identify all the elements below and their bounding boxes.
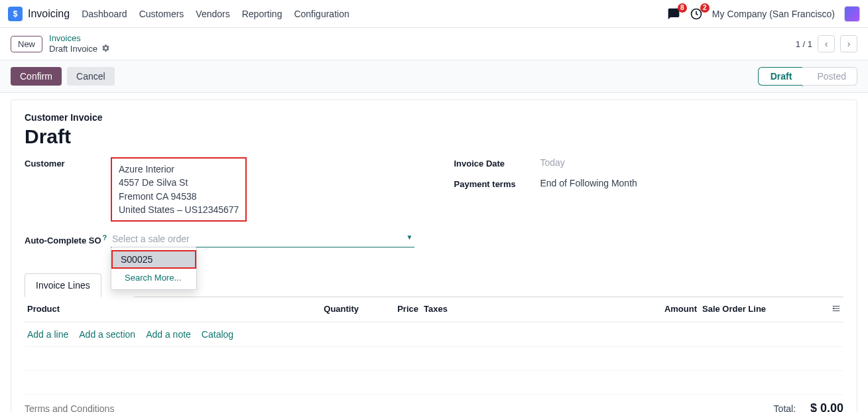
nav-vendors[interactable]: Vendors [196, 9, 229, 19]
new-button[interactable]: New [11, 36, 42, 52]
customer-address-box[interactable]: Azure Interior 4557 De Silva St Fremont … [111, 157, 247, 222]
cancel-button[interactable]: Cancel [67, 67, 115, 86]
chat-badge: 8 [678, 3, 687, 13]
breadcrumb: Invoices Draft Invoice [49, 33, 110, 54]
col-quantity: Quantity [279, 304, 359, 315]
nav-links: Dashboard Customers Vendors Reporting Co… [82, 9, 349, 19]
pager-next[interactable]: › [840, 35, 857, 52]
form-col-left: Customer Azure Interior 4557 De Silva St… [25, 157, 414, 257]
form-col-right: Invoice Date Today Payment terms End of … [454, 157, 844, 257]
customer-street: 4557 De Silva St [119, 176, 239, 189]
chevron-down-icon[interactable]: ▼ [406, 234, 413, 241]
total-label: Total: [774, 403, 796, 412]
nav-dashboard[interactable]: Dashboard [82, 9, 127, 19]
label-payment-terms: Payment terms [454, 178, 540, 189]
field-customer: Customer Azure Interior 4557 De Silva St… [25, 157, 414, 222]
statusbar: Draft Posted [758, 67, 857, 86]
avatar[interactable] [844, 6, 860, 22]
value-invoice-date[interactable]: Today [540, 157, 565, 169]
total-amount: $ 0.00 [810, 401, 843, 412]
customer-city: Fremont CA 94538 [119, 190, 239, 203]
add-a-line[interactable]: Add a line [27, 329, 68, 340]
label-invoice-date: Invoice Date [454, 157, 540, 169]
table-row [25, 346, 843, 370]
breadcrumb-link[interactable]: Invoices [49, 33, 110, 44]
col-price: Price [359, 304, 418, 315]
field-autocomplete-so: Auto-Complete SO? ▼ S00025 Search More..… [25, 231, 414, 247]
value-payment-terms[interactable]: End of Following Month [540, 178, 637, 189]
navbar: $ Invoicing Dashboard Customers Vendors … [0, 0, 868, 28]
clock-icon[interactable]: 2 [690, 7, 703, 21]
svg-point-1 [833, 309, 834, 309]
autocomplete-input-wrap: ▼ S00025 Search More... [111, 231, 414, 247]
breadcrumb-sub-text: Draft Invoice [49, 44, 97, 54]
help-icon[interactable]: ? [103, 234, 107, 241]
nav-right: 8 2 My Company (San Francisco) [667, 6, 860, 22]
status-draft[interactable]: Draft [758, 67, 803, 86]
field-payment-terms: Payment terms End of Following Month [454, 178, 844, 189]
breadcrumb-sub: Draft Invoice [49, 44, 110, 55]
col-product: Product [27, 304, 279, 315]
terms-input[interactable] [25, 403, 197, 412]
customer-country-vat: United States – US12345677 [119, 203, 239, 216]
form-sheet: Customer Invoice Draft Customer Azure In… [11, 100, 857, 412]
col-sale-order-line: Sale Order Line [697, 304, 821, 315]
ac-option-search-more[interactable]: Search More... [111, 269, 196, 287]
page-title: Draft [25, 125, 843, 148]
col-amount: Amount [631, 304, 697, 315]
chat-icon[interactable]: 8 [667, 7, 680, 21]
clock-badge: 2 [700, 3, 710, 13]
total-block: Total: $ 0.00 [774, 401, 843, 412]
nav-configuration[interactable]: Configuration [294, 9, 349, 19]
confirm-button[interactable]: Confirm [11, 67, 62, 86]
col-taxes: Taxes [418, 304, 631, 315]
autocomplete-dropdown: S00025 Search More... [111, 247, 197, 290]
line-actions: Add a line Add a section Add a note Cata… [25, 322, 843, 346]
form-grid: Customer Azure Interior 4557 De Silva St… [25, 157, 843, 257]
sheet-footer: Total: $ 0.00 [25, 401, 843, 412]
tab-invoice-lines[interactable]: Invoice Lines [25, 273, 101, 297]
pager-text: 1 / 1 [796, 39, 812, 49]
customer-name: Azure Interior [119, 163, 239, 176]
table-head: Product Quantity Price Taxes Amount Sale… [25, 297, 843, 322]
nav-customers[interactable]: Customers [139, 9, 184, 19]
field-invoice-date: Invoice Date Today [454, 157, 844, 169]
nav-reporting[interactable]: Reporting [242, 9, 282, 19]
gear-icon[interactable] [101, 44, 110, 55]
table-row [25, 370, 843, 394]
autocomplete-input[interactable] [111, 231, 414, 247]
control-row: New Invoices Draft Invoice 1 / 1 ‹ › [0, 28, 868, 60]
add-a-note[interactable]: Add a note [146, 329, 191, 340]
pager-prev[interactable]: ‹ [818, 35, 835, 52]
catalog[interactable]: Catalog [202, 329, 233, 340]
company-name[interactable]: My Company (San Francisco) [712, 9, 835, 19]
col-settings-icon[interactable] [821, 304, 841, 315]
app-icon[interactable]: $ [8, 7, 23, 21]
label-customer: Customer [25, 157, 111, 222]
label-autocomplete-so: Auto-Complete SO? [25, 234, 111, 245]
pager: 1 / 1 ‹ › [796, 35, 857, 52]
action-bar: Confirm Cancel Draft Posted [0, 60, 868, 93]
ac-option-s00025[interactable]: S00025 [111, 250, 196, 269]
app-name[interactable]: Invoicing [28, 8, 70, 20]
status-posted[interactable]: Posted [802, 67, 857, 86]
add-a-section[interactable]: Add a section [79, 329, 135, 340]
section-title: Customer Invoice [25, 112, 843, 123]
